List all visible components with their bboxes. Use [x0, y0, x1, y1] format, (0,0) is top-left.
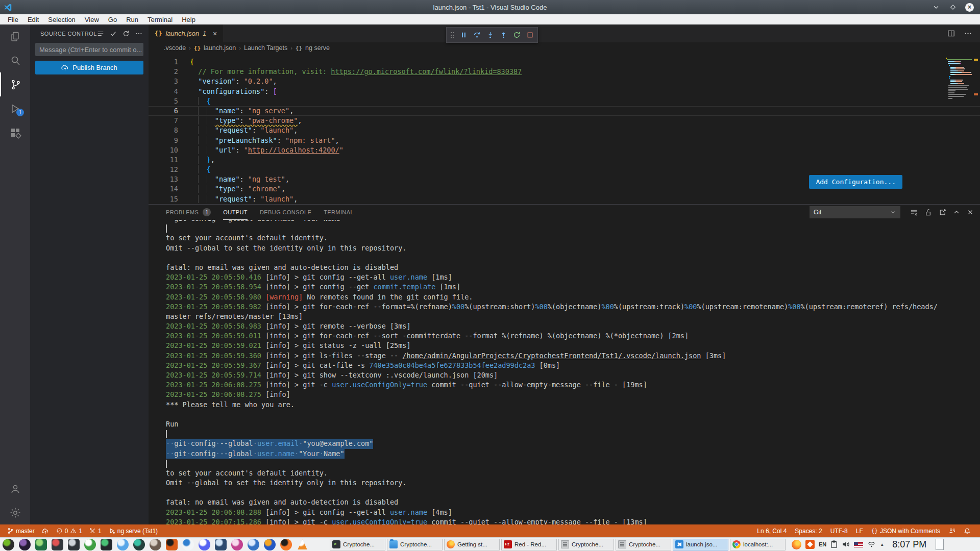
publish-changes-icon[interactable]: [39, 528, 52, 535]
output-line[interactable]: 2023-01-25 20:06:08.275 [info]: [166, 390, 980, 399]
output-line[interactable]: 2023-01-25 20:06:08.288 [info] > git con…: [166, 508, 980, 517]
output-channel-select[interactable]: Git: [810, 206, 900, 218]
taskbar-window-getting-st-[interactable]: Getting st...: [444, 539, 500, 550]
app-icon-opensuse[interactable]: [3, 539, 14, 550]
output-line[interactable]: fatal: no email was given and auto-detec…: [166, 497, 980, 507]
code-line[interactable]: 2 // For more information, visit: https:…: [149, 67, 980, 77]
code-line[interactable]: 15 "request": "launch",: [149, 194, 980, 204]
app-icon-gimp[interactable]: [150, 539, 161, 550]
app-icon-spectacle[interactable]: [52, 539, 63, 550]
output-line[interactable]: 2023-01-25 20:05:58.982 [info] > git for…: [166, 302, 980, 312]
breadcrumb-file[interactable]: launch.json: [204, 44, 236, 52]
output-line[interactable]: to set your account's default identity.: [166, 233, 980, 243]
app-icon-pgadmin[interactable]: [215, 539, 227, 550]
app-icon-audacity[interactable]: [264, 539, 276, 550]
menu-edit[interactable]: Edit: [23, 16, 43, 23]
unlock-icon[interactable]: [924, 209, 932, 216]
open-output-in-editor-icon[interactable]: [939, 209, 946, 216]
problems-indicator[interactable]: 0 1: [53, 528, 85, 535]
taskbar-window-red-red-[interactable]: Red - Red...: [501, 539, 557, 550]
code-line[interactable]: 5 {: [149, 96, 980, 106]
output-line[interactable]: 2023-01-25 20:05:58.954 [info] > git con…: [166, 282, 980, 292]
add-configuration-button[interactable]: Add Configuration...: [809, 175, 902, 189]
stop-icon[interactable]: [526, 31, 534, 39]
app-icon-blender[interactable]: [280, 539, 292, 550]
us-flag-tray-icon[interactable]: [854, 542, 863, 547]
show-desktop-widget[interactable]: [936, 539, 944, 550]
minimize-button[interactable]: [932, 3, 941, 12]
taskbar-window-cryptoche-[interactable]: Cryptoche...: [387, 539, 443, 550]
app-icon-photos[interactable]: [35, 539, 47, 550]
minimap[interactable]: [946, 55, 972, 99]
code-line[interactable]: 9 "preLaunchTask": "npm: start",: [149, 136, 980, 145]
pause-icon[interactable]: [460, 31, 468, 39]
output-view[interactable]: git config --global user.name "Your Name…: [149, 220, 980, 524]
panel-tab-problems[interactable]: PROBLEMS1: [166, 205, 211, 220]
taskbar-window-cryptoche-[interactable]: Cryptoche...: [558, 539, 614, 550]
app-icon-vlc[interactable]: [297, 539, 308, 550]
clear-output-icon[interactable]: [910, 209, 918, 216]
output-line[interactable]: master refs/remotes/master [13ms]: [166, 312, 980, 321]
output-line[interactable]: 2023-01-25 20:05:59.021 [info] > git sta…: [166, 341, 980, 350]
firefox-tray-icon[interactable]: [792, 540, 801, 549]
app-icon-ball-app[interactable]: [231, 539, 243, 550]
debug-session-indicator[interactable]: ng serve (Tst1): [106, 528, 161, 535]
app-icon-qbittorrent[interactable]: [248, 539, 259, 550]
maximize-panel-icon[interactable]: [953, 209, 960, 216]
output-line[interactable]: [166, 488, 980, 497]
commit-message-input[interactable]: Message (Ctrl+Enter to commit o...: [35, 43, 143, 56]
app-icon-tor-browser[interactable]: [19, 539, 31, 550]
output-line[interactable]: 2023-01-25 20:06:08.275 [info] > git -c …: [166, 380, 980, 390]
step-into-icon[interactable]: [486, 31, 494, 39]
output-line[interactable]: ··git·config·--global·user.email·"you@ex…: [166, 439, 980, 448]
output-line[interactable]: [166, 410, 980, 419]
output-line[interactable]: *** Please tell me who you are.: [166, 400, 980, 410]
code-line[interactable]: 6 "name": "ng serve",: [149, 106, 980, 116]
output-line[interactable]: 2023-01-25 20:05:58.980 [warning] No rem…: [166, 292, 980, 302]
output-line[interactable]: [166, 223, 980, 233]
code-editor[interactable]: Add Configuration... 1{2 // For more inf…: [149, 54, 980, 204]
output-line[interactable]: [166, 429, 980, 439]
output-line[interactable]: [166, 253, 980, 263]
step-out-icon[interactable]: [500, 31, 507, 39]
app-icon-settings[interactable]: [68, 539, 80, 550]
app-icon-x-app[interactable]: [182, 539, 194, 550]
search-icon[interactable]: [0, 48, 30, 72]
code-line[interactable]: 12 {: [149, 165, 980, 174]
encoding[interactable]: UTF-8: [827, 528, 851, 535]
menu-file[interactable]: File: [3, 16, 23, 23]
code-line[interactable]: 3 "version": "0.2.0",: [149, 77, 980, 86]
more-actions-icon[interactable]: [135, 30, 142, 37]
tab-close-icon[interactable]: ×: [213, 30, 217, 38]
volume-tray-icon[interactable]: [842, 540, 850, 548]
menu-view[interactable]: View: [80, 16, 104, 23]
publish-branch-button[interactable]: Publish Branch: [35, 61, 143, 74]
toolbar-grip-icon[interactable]: [450, 32, 454, 39]
maximize-button[interactable]: [948, 3, 958, 12]
menu-terminal[interactable]: Terminal: [143, 16, 177, 23]
source-control-icon[interactable]: [0, 72, 30, 96]
notifications-bell-icon[interactable]: [961, 528, 974, 535]
app-icon-nag[interactable]: [101, 539, 112, 550]
output-line[interactable]: [166, 459, 980, 468]
panel-tab-debug-console[interactable]: DEBUG CONSOLE: [260, 205, 311, 220]
taskbar-window-cryptoche-[interactable]: Cryptoche...: [330, 539, 385, 550]
language-mode[interactable]: {} JSON with Comments: [868, 528, 943, 535]
close-panel-icon[interactable]: [967, 209, 974, 216]
breadcrumb-section[interactable]: Launch Targets: [244, 44, 287, 52]
restart-icon[interactable]: [513, 31, 521, 39]
accounts-icon[interactable]: [0, 477, 30, 500]
keepass-tray-icon[interactable]: [805, 540, 815, 549]
clock[interactable]: 8:07 PM: [892, 539, 926, 550]
panel-tab-output[interactable]: OUTPUT: [223, 205, 248, 220]
feedback-icon[interactable]: [945, 528, 959, 535]
output-line[interactable]: fatal: no email was given and auto-detec…: [166, 263, 980, 272]
output-line[interactable]: Run: [166, 419, 980, 429]
output-line[interactable]: 2023-01-25 20:05:50.416 [info] > git con…: [166, 272, 980, 282]
split-editor-icon[interactable]: [947, 30, 955, 37]
panel-tab-terminal[interactable]: TERMINAL: [324, 205, 354, 220]
breadcrumb-folder[interactable]: .vscode: [164, 44, 186, 52]
explorer-icon[interactable]: [0, 24, 30, 48]
taskbar-window-launch-jso-[interactable]: launch.jso...: [673, 539, 728, 550]
breadcrumb-symbol[interactable]: ng serve: [305, 44, 330, 52]
